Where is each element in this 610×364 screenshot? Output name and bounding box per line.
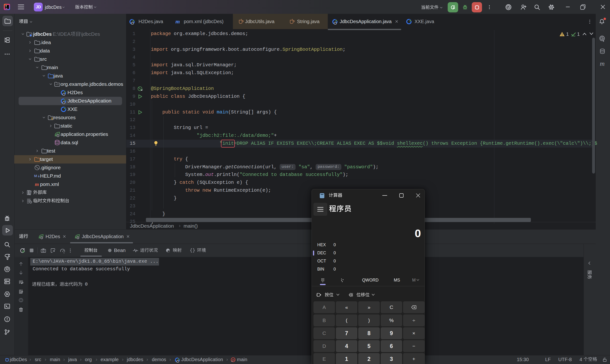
svg-text:m: m	[232, 358, 234, 362]
svg-text:M: M	[34, 174, 37, 178]
svg-text:m: m	[35, 182, 39, 187]
svg-text:m: m	[600, 61, 605, 67]
svg-text:m: m	[175, 18, 180, 25]
